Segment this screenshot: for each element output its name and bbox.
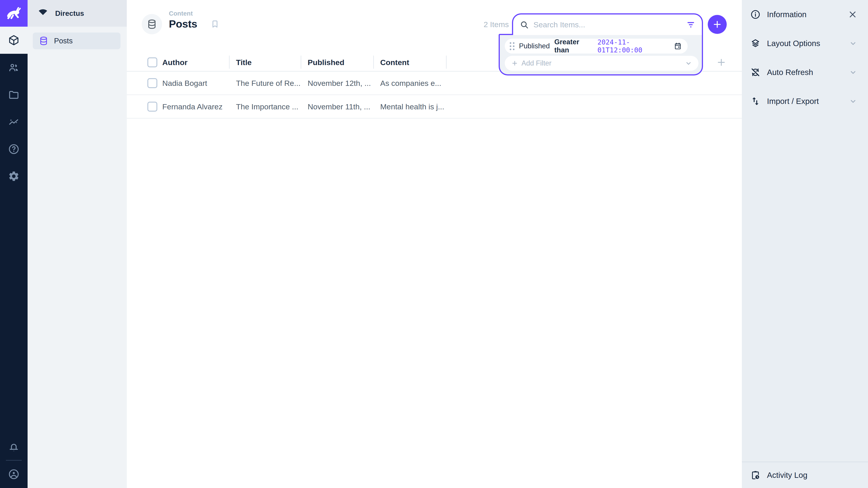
cell-title: The Future of Re... — [236, 78, 301, 88]
column-header-author[interactable]: Author — [162, 58, 187, 67]
user-avatar-button[interactable] — [0, 461, 28, 488]
bookmark-button[interactable] — [210, 20, 220, 30]
sync-disabled-icon — [750, 67, 761, 77]
drawer-item-label: Auto Refresh — [767, 68, 813, 77]
nav-sidebar: Directus Posts — [28, 0, 127, 488]
plus-icon — [511, 60, 518, 67]
column-header-published[interactable]: Published — [308, 58, 344, 67]
search-icon — [520, 20, 529, 30]
filter-list-icon[interactable] — [686, 20, 696, 30]
select-all-checkbox[interactable] — [147, 57, 157, 67]
drawer-item-information[interactable]: Information — [742, 4, 868, 25]
module-help[interactable] — [0, 135, 28, 163]
insights-icon — [8, 116, 20, 128]
add-filter-button[interactable]: Add Filter — [505, 56, 699, 71]
info-icon — [750, 9, 761, 20]
directus-app: Directus Posts Content Posts 2 — [0, 0, 868, 488]
drawer-item-label: Information — [767, 10, 807, 19]
cell-content: As companies e... — [380, 78, 441, 88]
cell-content: Mental health is j... — [380, 102, 444, 111]
filter-value[interactable]: 2024-11-01T12:00:00 — [597, 38, 669, 54]
row-checkbox[interactable] — [147, 78, 157, 88]
module-user-directory[interactable] — [0, 54, 28, 81]
page-title: Posts — [169, 18, 197, 30]
main-content: Content Posts 2 Items Published — [127, 0, 742, 488]
drawer-item-import-export[interactable]: Import / Export — [742, 90, 868, 112]
folder-icon — [8, 89, 20, 101]
swap-vert-icon — [750, 96, 761, 106]
filter-rule[interactable]: Published Greater than 2024-11-01T12:00:… — [505, 39, 688, 54]
search-box — [512, 13, 703, 35]
column-divider[interactable] — [373, 56, 374, 69]
column-header-title[interactable]: Title — [236, 58, 252, 67]
help-icon — [8, 143, 20, 155]
close-icon[interactable] — [848, 9, 858, 20]
drag-handle-icon[interactable] — [510, 42, 515, 50]
filter-panel: Published Greater than 2024-11-01T12:00:… — [499, 35, 703, 75]
plus-icon — [716, 57, 726, 68]
table-row[interactable]: Fernanda Alvarez The Importance ... Nove… — [127, 95, 742, 119]
filter-operator[interactable]: Greater than — [554, 38, 593, 54]
box-icon — [8, 34, 20, 46]
chevron-down-icon[interactable] — [848, 97, 858, 106]
avatar-icon — [8, 468, 20, 480]
cell-published: November 12th, ... — [308, 78, 371, 88]
search-input[interactable] — [533, 20, 686, 29]
chevron-down-icon[interactable] — [848, 68, 858, 77]
database-icon — [147, 19, 157, 30]
gear-icon — [8, 170, 20, 182]
chevron-down-icon[interactable] — [848, 39, 858, 48]
bookmark-icon — [210, 20, 220, 29]
layers-icon — [750, 38, 761, 48]
bell-icon — [8, 441, 20, 453]
chevron-down-icon — [684, 59, 692, 67]
module-content[interactable] — [0, 27, 28, 54]
calendar-icon[interactable] — [674, 42, 682, 51]
clipboard-clock-icon — [750, 470, 761, 480]
project-name: Directus — [55, 9, 84, 18]
drawer-item-label: Layout Options — [767, 39, 820, 48]
fan-icon — [37, 7, 49, 19]
breadcrumb[interactable]: Content — [169, 10, 193, 17]
sidebar-item-label: Posts — [54, 37, 73, 45]
activity-log-button[interactable]: Activity Log — [742, 462, 868, 488]
column-divider[interactable] — [301, 56, 301, 69]
project-switcher[interactable]: Directus — [28, 0, 127, 27]
directus-rabbit-logo-icon — [5, 5, 22, 22]
module-insights[interactable] — [0, 108, 28, 135]
people-icon — [8, 62, 20, 74]
column-divider[interactable] — [446, 56, 447, 69]
activity-log-label: Activity Log — [767, 470, 807, 480]
drawer-item-layout-options[interactable]: Layout Options — [742, 33, 868, 54]
collection-icon-button[interactable] — [142, 14, 162, 34]
column-divider[interactable] — [229, 56, 230, 69]
module-settings[interactable] — [0, 163, 28, 190]
sidebar-item-posts[interactable]: Posts — [33, 33, 121, 49]
module-file-library[interactable] — [0, 81, 28, 108]
sidebar-drawer: Information Layout Options — [742, 0, 868, 488]
add-column-button[interactable] — [716, 57, 726, 68]
create-item-button[interactable] — [708, 15, 727, 34]
cell-author: Nadia Bogart — [162, 78, 207, 88]
module-bar — [0, 0, 28, 488]
drawer-item-auto-refresh[interactable]: Auto Refresh — [742, 61, 868, 83]
project-logo-button[interactable] — [0, 0, 28, 27]
row-checkbox[interactable] — [147, 102, 157, 111]
cell-published: November 11th, ... — [308, 102, 370, 111]
notifications-button[interactable] — [0, 433, 28, 461]
database-icon — [39, 36, 49, 46]
add-filter-label: Add Filter — [522, 59, 552, 67]
cell-title: The Importance ... — [236, 102, 298, 111]
cell-author: Fernanda Alvarez — [162, 102, 223, 111]
drawer-item-label: Import / Export — [767, 97, 819, 106]
filter-field[interactable]: Published — [519, 42, 550, 50]
column-header-content[interactable]: Content — [380, 58, 409, 67]
item-count: 2 Items — [475, 20, 509, 29]
plus-icon — [712, 20, 722, 29]
